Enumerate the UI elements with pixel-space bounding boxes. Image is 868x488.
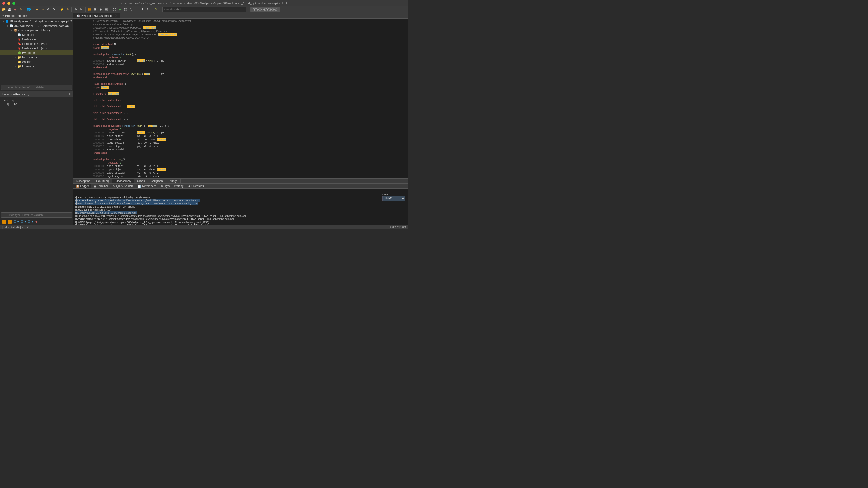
log-line: [I] Memory Usage: 31.0M used (80.0M free… — [74, 211, 407, 215]
right-panel: 🤖 Bytecode/Disassembly ✕ # [Dalvik Disas… — [73, 13, 408, 225]
disassembly-view[interactable]: # [Dalvik Disassembly] 31028 classes: 10… — [73, 19, 408, 178]
artifact-icon[interactable]: ◆ — [13, 7, 18, 12]
tree-item[interactable]: 📄Manifest — [0, 33, 73, 37]
log-body[interactable]: [I] JEB 5.2.0.202308292043 (Super-Black … — [73, 189, 408, 225]
filter-1-icon[interactable] — [2, 220, 6, 224]
window-controls — [2, 2, 16, 5]
editor-tabs: 🤖 Bytecode/Disassembly ✕ — [73, 13, 408, 19]
delete-icon[interactable]: ✂ — [79, 7, 84, 12]
project-tree[interactable]: ▾📘360Wallpaper_1.0.4_apkcombo.com.apk.jd… — [0, 19, 73, 84]
log-line: [I] System: Mac OS X 13.2.1 (aarch64) zh… — [74, 205, 407, 208]
hierarchy-panel: Bytecode/Hierarchy ✕ ▸ J .. q q0 .. za — [0, 91, 73, 147]
titlebar: /Users/crifan/dev/dev_root/androidRevers… — [0, 0, 408, 6]
tree-item[interactable]: 🔖Certificate — [0, 37, 73, 41]
filter-2-icon[interactable] — [8, 220, 12, 224]
tab-label: Bytecode/Disassembly — [81, 14, 113, 18]
subtab-hex-dump[interactable]: Hex Dump — [93, 179, 113, 183]
hierarchy-item[interactable]: q0 .. za — [2, 102, 71, 106]
project-explorer-header: ▾ Project Explorer — [0, 13, 73, 19]
stop-icon[interactable]: ◯ — [112, 7, 117, 12]
status-bar: | addr: #start# | loc: ? 2.0G / 16.0G — [0, 225, 408, 230]
left-sidebar: ▾ Project Explorer ▾📘360Wallpaper_1.0.4_… — [0, 13, 73, 225]
edit-icon[interactable]: ✎ — [73, 7, 78, 12]
logtab-overrides[interactable]: ◈Overrides — [186, 184, 206, 188]
maximize-window-icon[interactable] — [12, 2, 16, 5]
check-3-icon[interactable]: ☑ ● — [28, 220, 33, 224]
window-title: /Users/crifan/dev/dev_root/androidRevers… — [121, 1, 287, 5]
log-line: [I] Creating a new project (primary file… — [74, 215, 407, 218]
strings-icon[interactable]: ▤ — [104, 7, 108, 12]
subtab-strings[interactable]: Strings — [166, 179, 181, 183]
project-explorer-title: Project Explorer — [5, 14, 27, 18]
tree-item[interactable]: 🔖Certificate #3 (v3) — [0, 46, 73, 51]
logtab-terminal[interactable]: ▣Terminal — [91, 184, 111, 188]
subtab-description[interactable]: Description — [73, 179, 93, 183]
graph-icon[interactable]: ◈ — [98, 7, 103, 12]
log-line: [I] {360Wallpaper_1.0.4_apkcombo.com.apk… — [74, 224, 407, 225]
check-2-icon[interactable]: ☑ ● — [21, 220, 26, 224]
status-memory: 2.0G / 16.0G — [390, 226, 406, 229]
open-icon[interactable]: 📂 — [2, 7, 6, 12]
tree-item[interactable]: ▾📘360Wallpaper_1.0.4_apkcombo.com.apk.jd… — [0, 19, 73, 24]
step-out-icon[interactable]: ⬆ — [140, 7, 145, 12]
step-over-icon[interactable]: ⤵ — [129, 7, 133, 12]
step-into-icon[interactable]: ⬇ — [134, 7, 139, 12]
tree-item[interactable]: ▾📦com.wallpaper.hd.funny — [0, 28, 73, 33]
tree-collapse-icon[interactable]: ▾ — [2, 14, 4, 18]
log-tabs: 📋Logger▣Terminal✎Quick Search📄References… — [73, 184, 408, 189]
close-tab-icon[interactable]: ✕ — [115, 14, 117, 18]
logtab-logger[interactable]: 📋Logger — [73, 184, 91, 188]
log-panel: 📋Logger▣Terminal✎Quick Search📄References… — [73, 183, 408, 225]
log-level-select[interactable]: INFO — [382, 196, 405, 201]
hierarchy-tree[interactable]: ▸ J .. q q0 .. za — [0, 97, 73, 147]
tree-item[interactable]: 🔖Certificate #2 (v2) — [0, 41, 73, 46]
tree-item[interactable]: ▾📄360Wallpaper_1.0.4_apkcombo.com.apk — [0, 24, 73, 28]
check-1-icon[interactable]: ☑ ● — [13, 220, 19, 224]
pause-icon[interactable]: ⬚ — [123, 7, 128, 12]
logtab-type-hierarchy[interactable]: ⊞Type Hierarchy — [159, 184, 186, 188]
edit-script-icon[interactable]: ✎ — [65, 7, 70, 12]
view-subtabs: DescriptionHex DumpDisassemblyGraphCallg… — [73, 178, 408, 183]
hierarchy-header: Bytecode/Hierarchy ✕ — [0, 91, 73, 97]
subtab-callgraph[interactable]: Callgraph — [148, 179, 166, 183]
save-icon[interactable]: 💾 — [7, 7, 12, 12]
close-icon[interactable]: ✕ — [68, 92, 71, 96]
highlight-icon[interactable]: ✎ — [154, 7, 158, 12]
tree-filter-input[interactable] — [1, 85, 72, 90]
log-line: [I] JEB 5.2.0.202308292043 (Super-Black … — [74, 196, 407, 199]
hierarchy-filter-input[interactable] — [1, 212, 72, 218]
grid-icon[interactable]: ▦ — [87, 7, 92, 12]
log-level-label: Level: — [382, 193, 389, 196]
tree-item[interactable]: 🟢Bytecode — [0, 51, 73, 55]
subtab-graph[interactable]: Graph — [134, 179, 148, 183]
tab-bytecode-disasm[interactable]: 🤖 Bytecode/Disassembly ✕ — [73, 13, 120, 18]
log-level-control: Level: INFO — [375, 190, 405, 204]
log-line: [I] {360Wallpaper_1.0.4_apkcombo.com.apk… — [74, 221, 407, 224]
close-window-icon[interactable] — [2, 2, 5, 5]
tree-item[interactable]: ▸📁Libraries — [0, 64, 73, 68]
toolbar: 📂 💾 ◆ ⚠ 🌐 ➡ ↘ ↶ ↷ ⚡ ✎ ✎ ✂ ▦ ⊞ ◈ ▤ ◯ ▶ ⬚ … — [0, 6, 408, 13]
tree-item[interactable]: ▸📁Assets — [0, 59, 73, 64]
log-line: [I] Current directory: /Users/crifan/dev… — [74, 199, 407, 202]
hierarchy-item[interactable]: ▸ J .. q — [2, 98, 71, 102]
script-icon[interactable]: ⚡ — [60, 7, 64, 12]
undo-icon[interactable]: ↶ — [46, 7, 51, 12]
diamond-icon[interactable]: ◆ — [35, 220, 37, 224]
web-icon[interactable]: 🌐 — [27, 7, 31, 12]
minimize-window-icon[interactable] — [7, 2, 10, 5]
logtab-references[interactable]: 📄References — [135, 184, 159, 188]
edition-badge: ⓈⓍⒺ–ⓈⓀⒷⓊⓈ — [250, 7, 280, 12]
tree-item[interactable]: ▸📁Resources — [0, 55, 73, 59]
action-icon[interactable]: ⚠ — [19, 7, 23, 12]
export-icon[interactable]: ↘ — [40, 7, 45, 12]
omnibox-input[interactable] — [162, 7, 246, 12]
run-icon[interactable]: ▶ — [118, 7, 122, 12]
subtab-disassembly[interactable]: Disassembly — [113, 179, 134, 183]
hierarchy-icon[interactable]: ⊞ — [93, 7, 97, 12]
step-icon[interactable]: ↻ — [146, 7, 150, 12]
logtab-quick-search[interactable]: ✎Quick Search — [111, 184, 135, 188]
log-line: [I] Base directory: /Users/crifan/dev/de… — [74, 202, 407, 205]
log-line: [I] Java: Eclipse Adoptium 17.0.7 — [74, 208, 407, 211]
redo-icon[interactable]: ↷ — [52, 7, 56, 12]
import-icon[interactable]: ➡ — [35, 7, 39, 12]
